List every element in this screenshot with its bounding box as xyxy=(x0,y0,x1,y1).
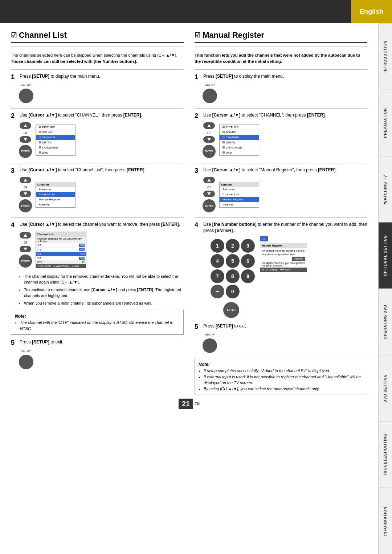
sidebar-tab-operating-dvd[interactable]: OPERATING DVD xyxy=(379,289,392,355)
num-btn-1[interactable]: 1 xyxy=(211,239,224,253)
or-text-4: or xyxy=(24,240,27,244)
mr-menu-channel: CHANNEL xyxy=(220,135,259,140)
channel-list-note: Note: The channel with the "DTV" indicat… xyxy=(11,310,184,335)
svg-marker-8 xyxy=(207,179,211,182)
mr-step1-text: Press [SETUP] to display the main menu. xyxy=(203,73,284,80)
mr-step2-illustration: or ENTER PICTURE SOUND CHANNEL DETAIL LA… xyxy=(203,122,367,158)
bullet-3: When you remove a main channel, its subc… xyxy=(24,300,184,306)
sidebar-tab-introduction[interactable]: INTRODUCTION xyxy=(379,23,392,90)
menu-item-picture-1: PICTURE xyxy=(36,125,75,130)
bullet-2: To reactivate a removed channel, use [Cu… xyxy=(24,287,184,299)
num-btn-3[interactable]: 3 xyxy=(241,239,255,253)
svg-marker-9 xyxy=(207,192,211,195)
number-pad: 1 2 3 4 5 6 7 8 9 – 0 xyxy=(211,239,255,298)
step5-text-left: Press [SETUP] to exit. xyxy=(20,339,64,345)
mr-channel-submenu-mock: Channel Autoscan Channel List Manual Reg… xyxy=(219,182,259,208)
mr-channel-submenu-header: Channel xyxy=(220,182,259,187)
top-bar: English xyxy=(0,0,392,23)
manual-register-step1: 1 Press [SETUP] to display the main menu… xyxy=(195,73,367,103)
manual-register-step5: 5 Press [SETUP] to exit. SETUP xyxy=(195,323,367,353)
num-btn-6[interactable]: 6 xyxy=(241,254,255,268)
bullet-1: The channel display for the removed chan… xyxy=(24,273,184,285)
title-divider xyxy=(11,46,184,47)
num-btn-0[interactable]: 0 xyxy=(226,285,240,298)
mr-step2-text: Use [Cursor ▲/▼] to select "CHANNEL", th… xyxy=(203,112,326,118)
sidebar-tab-dvd-setting[interactable]: DVD SETTING xyxy=(379,355,392,421)
channel-list-step4: 4 Use [Cursor ▲/▼] to select the channel… xyxy=(11,221,184,268)
step2-illustration: or ENTER PICTURE SOUND CHANNEL DETAIL LA… xyxy=(19,122,184,158)
mr-menu-detail: DETAIL xyxy=(220,140,259,145)
checkbox-icon: ☑ xyxy=(11,31,17,39)
sidebar-tab-preparation[interactable]: PREPARATION xyxy=(379,90,392,156)
right-sidebar: INTRODUCTION PREPARATION WATCHING TV OPT… xyxy=(378,23,392,554)
channel-list-screen-mock: Channel List Highlight channels for Ch U… xyxy=(36,232,86,268)
mr-step4-content: 1 2 3 4 5 6 7 8 9 – 0 xyxy=(203,236,367,318)
sidebar-tab-optional-setting[interactable]: OPTIONAL SETTING xyxy=(379,222,392,289)
num-btn-4[interactable]: 4 xyxy=(211,254,224,268)
sidebar-tab-troubleshooting[interactable]: TROUBLESHOOTING xyxy=(379,421,392,488)
num-btn-8[interactable]: 8 xyxy=(226,269,240,283)
channel-list-desc1: The channels selected here can be skippe… xyxy=(11,52,184,65)
channel-list-title: ☑ Channel List xyxy=(11,30,184,43)
page-number-area: 21 EN xyxy=(11,399,367,409)
main-content: ☑ Channel List The channels selected her… xyxy=(0,23,378,416)
menu-item-dvd-1: DVD xyxy=(36,150,75,155)
svg-marker-6 xyxy=(207,124,211,127)
title-divider-2 xyxy=(195,46,367,47)
sidebar-tab-information[interactable]: INFORMATION xyxy=(379,488,392,554)
step2-header: 2 Use [Cursor ▲/▼] to select "CHANNEL", … xyxy=(11,112,184,120)
svg-marker-7 xyxy=(207,138,211,141)
cursor-buttons: or ENTER xyxy=(19,122,32,158)
step2-text: Use [Cursor ▲/▼] to select "CHANNEL", th… xyxy=(20,112,142,118)
menu-item-detail-1: DETAIL xyxy=(36,140,75,145)
sidebar-tab-watching-tv[interactable]: WATCHING TV xyxy=(379,156,392,223)
mr-step3-text: Use [Cursor ▲/▼] to select "Manual Regis… xyxy=(203,167,337,173)
step5-illustration-left: SETUP xyxy=(19,349,184,369)
num-btn-5[interactable]: 5 xyxy=(226,254,240,268)
num-btn-9[interactable]: 9 xyxy=(241,269,255,283)
ch-row-2: 4-1ON xyxy=(36,248,86,252)
step1-num: 1 xyxy=(11,73,17,81)
num-btn-minus[interactable]: – xyxy=(211,285,224,298)
manual-reg-screen-mock: Manual Register For analog channels, sel… xyxy=(260,243,307,272)
ch-row-1: 2-1ON xyxy=(36,243,86,248)
mr-step1-separator xyxy=(195,69,367,70)
mr-step5-text: Press [SETUP] to exit. xyxy=(203,323,247,329)
manual-register-note: Note: If setup completes successfully, "… xyxy=(195,358,367,395)
mr-screen-content: For analog channels, select a channel to… xyxy=(260,248,307,257)
setup-button-img xyxy=(19,89,33,103)
step3-num: 3 xyxy=(11,167,17,175)
manual-register-step4: 4 Use [the Number buttons] to enter the … xyxy=(195,221,367,318)
checkbox-icon-2: ☑ xyxy=(195,31,200,39)
cursor-down-btn-3 xyxy=(20,191,31,197)
mr-enter-btn-2: ENTER xyxy=(203,145,216,158)
step2-separator xyxy=(11,108,184,109)
manual-register-title-text: Manual Register xyxy=(203,30,264,40)
cursor-up-btn xyxy=(20,122,31,129)
mr-step1-num: 1 xyxy=(195,73,201,81)
mr-screen-footer: ⊞ Ch Change⟵ Back xyxy=(260,268,307,272)
mr-step4-header: 4 Use [the Number buttons] to enter the … xyxy=(195,221,367,234)
mr-step3-illustration: or ENTER Channel Autoscan Channel List M… xyxy=(203,177,367,212)
step3-header: 3 Use [Cursor ▲/▼] to select "Channel Li… xyxy=(11,167,184,175)
num-btn-7[interactable]: 7 xyxy=(211,269,224,283)
mr-or-text-2: or xyxy=(207,130,211,135)
mr-submenu-channellist: Channel List xyxy=(220,192,259,197)
mr-main-menu-mock: PICTURE SOUND CHANNEL DETAIL LANGUAGE DV… xyxy=(219,125,259,156)
or-text-3: or xyxy=(24,185,27,189)
mr-screen-header: Manual Register xyxy=(260,243,307,248)
mr-enter-btn-numpad: ENTER xyxy=(223,302,239,318)
mr-step2-header: 2 Use [Cursor ▲/▼] to select "CHANNEL", … xyxy=(195,112,367,120)
svg-marker-3 xyxy=(24,192,27,195)
mr-step5-illustration: SETUP xyxy=(203,333,367,353)
page-number: 21 xyxy=(179,399,193,409)
ch-row-3: 5-1ON xyxy=(36,252,86,256)
cursor-up-btn-4 xyxy=(20,232,31,239)
num-btn-2[interactable]: 2 xyxy=(226,239,240,253)
channel-list-title-text: Channel List xyxy=(19,30,67,40)
cursor-buttons-4: or ENTER xyxy=(19,232,32,268)
mr-cursor-down-3 xyxy=(203,191,215,197)
mr-cursor-down-2 xyxy=(203,136,215,143)
channel-list-screen-header: Channel List xyxy=(36,232,86,237)
main-menu-mock-1: PICTURE SOUND CHANNEL DETAIL LANGUAGE DV… xyxy=(36,125,75,156)
